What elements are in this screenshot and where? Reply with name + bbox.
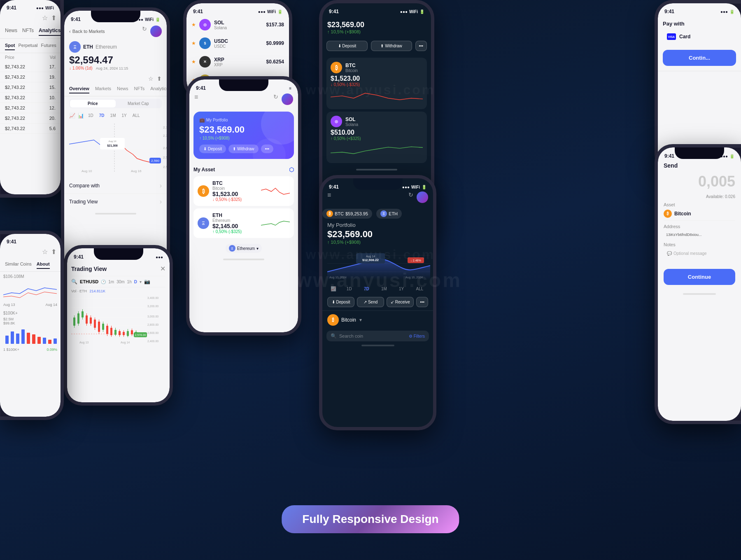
action-btn-row: ⬇ Deposit ↗ Send ↙ Receive ••• xyxy=(322,294,433,310)
nav-markets[interactable]: Markets xyxy=(95,86,111,93)
search-bar-row[interactable]: 🔍 Search coin ⚙ Filters xyxy=(326,331,429,341)
withdraw-button[interactable]: ⬆ Withdraw xyxy=(371,41,412,51)
time-7d[interactable]: 7D xyxy=(98,112,106,119)
menu-icon2[interactable]: ≡ xyxy=(327,191,331,203)
btc-sparkline xyxy=(331,87,423,103)
tab-similar[interactable]: Similar Coins xyxy=(5,260,32,269)
share-icon3[interactable]: ⬆ xyxy=(51,248,56,256)
time-1d[interactable]: 1D xyxy=(86,112,95,119)
chevron-down-icon2[interactable]: ▾ xyxy=(140,280,142,284)
deposit-btn2[interactable]: ⬇ Deposit xyxy=(327,297,354,307)
camera-icon[interactable]: 📷 xyxy=(144,279,150,285)
interval-btn3[interactable]: 1h xyxy=(127,280,132,284)
time-1m[interactable]: 1M xyxy=(109,112,118,119)
compare-with-row[interactable]: Compare with › xyxy=(64,178,167,194)
asset-card-eth[interactable]: Ξ ETH Ethereum $2,145.00 ↑ 0,50% (-$325) xyxy=(193,208,294,238)
deposit-button[interactable]: ⬇ Deposit xyxy=(199,145,226,153)
tab-nfts[interactable]: NFTs xyxy=(22,26,34,36)
more-btn2[interactable]: ••• xyxy=(416,297,428,307)
switch-price[interactable]: Price xyxy=(70,100,116,107)
compare-label: Compare with xyxy=(69,183,100,189)
chart-icon[interactable]: 📈 xyxy=(69,113,75,119)
btc-dark-card[interactable]: ₿ BTC Bitcoin $1,523.00 ↓ 0,50% (-$325) xyxy=(326,58,427,109)
refresh-icon[interactable]: ↻ xyxy=(142,26,147,37)
deposit-button[interactable]: ⬇ Deposit xyxy=(326,41,368,51)
asset-selector[interactable]: ₿ Bitcoin xyxy=(664,207,735,221)
tab-about[interactable]: About xyxy=(37,260,50,269)
close-icon[interactable]: ✕ xyxy=(160,265,165,273)
bookmark-icon[interactable]: ☆ xyxy=(42,14,48,22)
withdraw-button[interactable]: ⬆ Withdraw xyxy=(228,145,259,153)
refresh-icon2[interactable]: ↻ xyxy=(408,191,413,203)
candle-icon[interactable]: 📊 xyxy=(78,113,84,119)
svg-text:Aug 14: Aug 14 xyxy=(121,341,130,344)
tab-analytics[interactable]: Analytics xyxy=(39,26,61,36)
time-1m2[interactable]: 1M xyxy=(380,286,389,292)
chevron-down-icon3[interactable]: ▾ xyxy=(359,317,362,323)
nav-news[interactable]: News xyxy=(117,86,128,93)
status-time: 9:41 xyxy=(329,184,339,190)
eth-dropdown[interactable]: Ξ Ethereum ▾ xyxy=(226,244,262,253)
receive-btn[interactable]: ↙ Receive xyxy=(387,297,414,307)
avatar[interactable] xyxy=(150,26,162,37)
subtab-spot[interactable]: Spot xyxy=(5,41,15,50)
chart-dates: Aug 13 Aug 14 xyxy=(3,303,57,307)
chart-icon2[interactable]: 📈 xyxy=(331,286,336,292)
address-display[interactable]: 13iKsYb6fndD8xiou... xyxy=(664,231,735,239)
tab-news[interactable]: News xyxy=(5,26,17,36)
avatar2[interactable] xyxy=(417,191,428,203)
send-continue-button[interactable]: Continue xyxy=(664,269,735,285)
interval-btn[interactable]: 1m xyxy=(108,280,114,284)
trading-view-row[interactable]: Trading View › xyxy=(64,194,167,210)
card-option[interactable]: VISA Card xyxy=(663,30,736,43)
back-button[interactable]: ‹ Back to Markets xyxy=(69,29,105,34)
time-all[interactable]: ALL xyxy=(131,112,142,119)
interval-btn2[interactable]: 30m xyxy=(117,280,124,284)
send-btn[interactable]: ↗ Send xyxy=(357,297,384,307)
eth-tag[interactable]: Ξ ETH xyxy=(376,209,402,219)
switch-marketcap[interactable]: Market Cap xyxy=(116,100,161,107)
list-item-usdc[interactable]: ★ $ USDC USDC $0.9999 xyxy=(186,34,289,53)
bookmark-icon2[interactable]: ☆ xyxy=(42,248,48,256)
star-icon[interactable]: ★ xyxy=(191,59,196,65)
share-icon[interactable]: ⬆ xyxy=(51,14,56,22)
list-item-xrp[interactable]: ★ ✕ XRP XRP $0.6254 xyxy=(186,53,289,71)
btc-tag[interactable]: ₿ BTC $59,253.95 xyxy=(322,209,372,219)
back-navigation[interactable]: ‹ Back to Markets ↻ xyxy=(64,23,167,40)
nav-overview[interactable]: Overview xyxy=(69,86,89,93)
notch xyxy=(91,11,140,22)
ethereum-dropdown-row[interactable]: Ξ Ethereum ▾ xyxy=(193,240,294,256)
subtab-perpetual[interactable]: Perpetual xyxy=(18,41,37,50)
share-icon2[interactable]: ⬆ xyxy=(157,75,162,82)
avatar[interactable] xyxy=(282,93,293,105)
time-7d2[interactable]: 7D xyxy=(362,286,371,292)
nav-nfts[interactable]: NFTs xyxy=(134,86,145,93)
time-all2[interactable]: ALL xyxy=(415,286,425,292)
action-buttons-row: ⬇ Deposit ⬆ Withdraw ••• xyxy=(322,41,431,55)
search-input[interactable]: Search coin xyxy=(339,334,406,338)
star-icon[interactable]: ☆ xyxy=(148,75,154,82)
list-item-sol[interactable]: ★ ◎ SOL Solana $157.38 xyxy=(186,16,289,34)
btc-label: BTC xyxy=(335,211,344,216)
svg-rect-85 xyxy=(37,337,41,344)
more-button[interactable]: ••• xyxy=(261,145,274,153)
asset-card-btc[interactable]: ₿ BTC Bitcoin $1,523.00 ↓ 0,50% (-$325) xyxy=(193,176,294,206)
more-button[interactable]: ••• xyxy=(415,41,427,51)
bitcoin-bottom-tag[interactable]: ₿ Bitcoin ▾ xyxy=(322,310,433,329)
notes-field[interactable]: 💬 Optional message xyxy=(664,249,735,258)
time-1y2[interactable]: 1Y xyxy=(397,286,405,292)
expand-icon[interactable]: ⬡ xyxy=(289,166,294,173)
nav-analytics[interactable]: Analytics xyxy=(150,86,167,93)
continue-button[interactable]: Contin... xyxy=(663,50,736,66)
star-icon[interactable]: ★ xyxy=(191,40,196,46)
active-interval[interactable]: D xyxy=(134,280,137,284)
star-icon[interactable]: ★ xyxy=(191,22,196,28)
refresh-icon[interactable]: ↻ xyxy=(273,93,278,105)
time-1d2[interactable]: 1D xyxy=(345,286,354,292)
subtab-futures[interactable]: Futures xyxy=(41,41,56,50)
filters-button[interactable]: ⚙ Filters xyxy=(409,334,425,338)
sol-dark-card[interactable]: ◎ SOL Solana $510.00 ↑ 0,50% (+$325) xyxy=(326,112,427,163)
symbol-label[interactable]: ETHUSD xyxy=(80,279,98,284)
time-1y[interactable]: 1Y xyxy=(120,112,128,119)
menu-icon[interactable]: ≡ xyxy=(194,93,198,105)
